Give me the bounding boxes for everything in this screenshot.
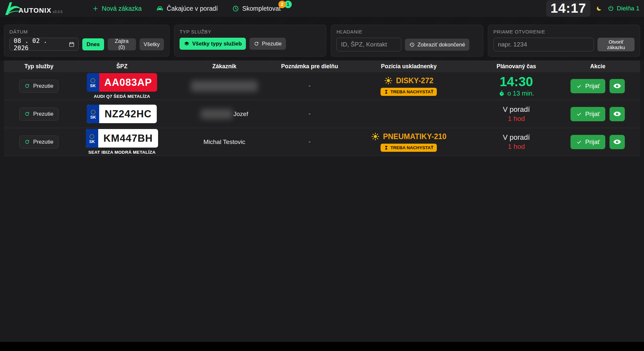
vehicle-description: SEAT IBIZA MODRÁ METALÍZA: [88, 150, 155, 155]
service-all-types-label: Všetky typy služieb: [192, 41, 242, 47]
refresh-icon: [24, 111, 30, 117]
view-order-button[interactable]: [610, 107, 625, 121]
date-all-button[interactable]: Všetky: [140, 38, 164, 50]
check-icon: [576, 139, 582, 145]
service-prezutie-button[interactable]: Prezutie: [249, 38, 286, 50]
service-type-badge: Prezutie: [19, 80, 59, 93]
service-type-label: Prezutie: [33, 111, 53, 117]
customer-redacted: [191, 81, 258, 92]
storage-position-label: PNEUMATIKY-210: [383, 132, 446, 141]
nav-new-order[interactable]: Nová zákazka: [92, 5, 141, 12]
header-actions: Akcie: [556, 63, 640, 70]
view-order-button[interactable]: [610, 79, 625, 93]
power-icon: [608, 5, 614, 12]
eye-icon: [613, 110, 621, 118]
date-today-button[interactable]: Dnes: [82, 38, 104, 50]
eu-stars-icon: [89, 78, 97, 84]
stopwatch-icon: [499, 90, 505, 97]
accept-button[interactable]: Prijať: [570, 135, 605, 149]
workshop-logout[interactable]: Dielňa 1: [608, 5, 639, 12]
service-type-panel-label: TYP SLUŽBY: [180, 29, 321, 34]
show-completed-label: Zobraziť dokončené: [417, 42, 465, 48]
wait-time: 1 hod: [508, 115, 525, 123]
service-prezutie-label: Prezutie: [262, 41, 282, 47]
workshop-note: -: [309, 138, 311, 145]
nav-complete[interactable]: Skompletovať 2 1: [232, 5, 281, 12]
direct-open-input[interactable]: [493, 38, 594, 51]
header-customer: Zákazník: [170, 63, 279, 70]
main-nav: Nová zákazka Čakajúce v poradí Skompleto…: [92, 5, 281, 12]
plate-eu-strip: SK: [87, 73, 99, 92]
vehicle-description: AUDI Q7 ŠEDÁ METALÍZA: [94, 94, 150, 99]
moon-icon[interactable]: [596, 6, 602, 12]
search-panel: HĽADANIE Zobraziť dokončené: [331, 25, 483, 57]
queue-status: V poradí: [503, 105, 530, 114]
clock-icon: [232, 5, 239, 12]
service-type-badge: Prezutie: [19, 108, 59, 121]
brand: AUTONIX v3.3.5: [3, 1, 62, 16]
direct-open-panel-label: PRIAME OTVORENIE: [493, 29, 635, 34]
workshop-note: -: [309, 83, 311, 89]
plate-number: KM447BH: [98, 129, 158, 148]
eu-stars-icon: [89, 110, 97, 115]
license-plate: SK NZ242HC: [87, 105, 157, 123]
accept-button[interactable]: Prijať: [570, 79, 605, 93]
customer-redacted: [201, 109, 233, 119]
view-order-button[interactable]: [610, 135, 625, 149]
customer-name: Michal Testovic: [203, 138, 245, 146]
eye-icon: [613, 138, 621, 146]
workshop-note: -: [309, 110, 311, 117]
current-time: 14:17: [546, 0, 590, 17]
topbar-right: 14:17 Dielňa 1: [546, 0, 639, 17]
license-plate: SK KM447BH: [86, 129, 158, 148]
header-planned-time: Plánovaný čas: [477, 63, 556, 70]
accept-button[interactable]: Prijať: [570, 107, 605, 121]
date-tomorrow-button[interactable]: Zajtra (0): [108, 38, 136, 50]
search-panel-label: HĽADANIE: [336, 29, 477, 34]
order-row-2: Prezutie SK NZ242HC Jozef - V poradí 1 h…: [4, 100, 640, 128]
refresh-icon: [24, 83, 30, 89]
header-service-type: Typ služby: [4, 63, 74, 70]
orders-table: Typ služby ŠPZ Zákazník Poznámka pre die…: [4, 60, 640, 156]
planned-time: 14:30: [500, 75, 533, 88]
sun-icon: [371, 132, 380, 141]
date-all-label: Všetky: [144, 41, 160, 47]
prepare-badge-label: TREBA NACHYSTAŤ: [390, 89, 433, 94]
storage-position-label: DISKY-272: [396, 76, 433, 85]
history-icon: [409, 42, 415, 47]
plate-number: AA083AP: [99, 73, 157, 92]
plate-country: SK: [90, 84, 96, 88]
date-today-label: Dnes: [87, 41, 100, 47]
date-panel: DÁTUM 08 . 02 . 2026 Dnes Zajtra (0) Vše…: [4, 25, 169, 57]
date-panel-label: DÁTUM: [9, 29, 164, 34]
license-plate: SK AA083AP: [87, 73, 157, 92]
workshop-label: Dielňa 1: [617, 5, 639, 12]
header-storage-position: Pozícia uskladnenky: [341, 63, 477, 70]
check-icon: [576, 111, 582, 117]
direct-open-panel: PRIAME OTVORENIE Otvoriť zákazku: [488, 25, 640, 57]
plate-country: SK: [90, 115, 96, 120]
plate-eu-strip: SK: [86, 129, 98, 148]
show-completed-button[interactable]: Zobraziť dokončené: [405, 39, 469, 51]
order-row-3: Prezutie SK KM447BH SEAT IBIZA MODRÁ MET…: [4, 128, 640, 156]
search-input[interactable]: [336, 38, 401, 51]
prepare-badge: TREBA NACHYSTAŤ: [381, 88, 437, 96]
open-order-button[interactable]: Otvoriť zákazku: [597, 38, 635, 51]
plate-eu-strip: SK: [87, 105, 99, 123]
car-icon: [156, 5, 164, 12]
date-tomorrow-label: Zajtra (0): [112, 38, 132, 50]
prepare-badge: TREBA NACHYSTAŤ: [381, 144, 437, 152]
customer-name: Jozef: [234, 110, 248, 118]
accept-label: Prijať: [585, 83, 600, 90]
topbar: AUTONIX v3.3.5 Nová zákazka Čakajúce v p…: [0, 0, 644, 17]
nav-waiting-queue[interactable]: Čakajúce v poradí: [156, 5, 218, 12]
service-type-panel: TYP SLUŽBY Všetky typy služieb Prezutie: [174, 25, 326, 57]
brand-version: v3.3.5: [53, 10, 62, 14]
date-input[interactable]: 08 . 02 . 2026: [9, 38, 79, 51]
service-all-types-button[interactable]: Všetky typy služieb: [180, 38, 246, 50]
service-type-label: Prezutie: [33, 83, 53, 89]
sun-icon: [384, 76, 393, 85]
nav-new-order-label: Nová zákazka: [102, 5, 141, 12]
hourglass-icon: [384, 90, 388, 94]
prepare-badge-label: TREBA NACHYSTAŤ: [390, 145, 433, 150]
